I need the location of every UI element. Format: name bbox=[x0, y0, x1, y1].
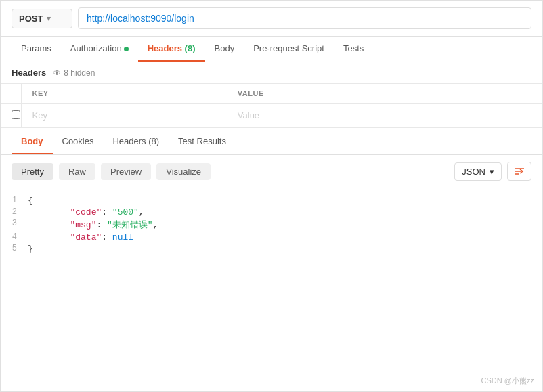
response-tabs: Body Cookies Headers (8) Test Results bbox=[1, 129, 542, 155]
format-pretty-button[interactable]: Pretty bbox=[12, 163, 53, 180]
code-line-5: 5 } bbox=[1, 243, 542, 255]
line-num-2: 2 bbox=[1, 207, 28, 217]
code-val-data: null bbox=[112, 232, 133, 242]
auth-dot-icon bbox=[124, 47, 129, 51]
value-placeholder: Value bbox=[238, 110, 259, 121]
line-num-5: 5 bbox=[1, 244, 28, 253]
tab-authorization[interactable]: Authorization bbox=[61, 37, 138, 62]
code-val-code: "500" bbox=[112, 207, 139, 217]
key-col-header: KEY bbox=[21, 84, 204, 104]
wrap-button[interactable] bbox=[507, 162, 531, 181]
format-raw-button[interactable]: Raw bbox=[59, 163, 95, 180]
code-key-code: "code" bbox=[70, 207, 102, 217]
code-key-msg: "msg" bbox=[70, 220, 96, 230]
format-visualize-button[interactable]: Visualize bbox=[156, 163, 211, 180]
response-tab-headers[interactable]: Headers (8) bbox=[103, 129, 169, 154]
tab-tests[interactable]: Tests bbox=[334, 37, 373, 62]
line-num-1: 1 bbox=[1, 196, 28, 205]
code-line-2: 2 "code": "500", bbox=[1, 206, 542, 218]
code-line-1: 1 { bbox=[1, 195, 542, 206]
format-bar: Pretty Raw Preview Visualize JSON ▾ bbox=[1, 155, 542, 188]
format-preview-button[interactable]: Preview bbox=[101, 163, 151, 180]
line-num-4: 4 bbox=[1, 232, 28, 242]
line-num-3: 3 bbox=[1, 219, 28, 228]
code-key-data: "data" bbox=[70, 232, 102, 242]
code-val-msg: "未知错误" bbox=[107, 220, 153, 230]
eye-icon: 👁 bbox=[53, 68, 61, 78]
value-cell[interactable]: Value bbox=[204, 104, 542, 128]
url-input[interactable] bbox=[78, 7, 531, 29]
method-chevron: ▾ bbox=[47, 14, 51, 23]
wrap-icon bbox=[513, 166, 525, 177]
checkbox-col bbox=[1, 84, 21, 104]
code-line-4: 4 "data": null bbox=[1, 232, 542, 243]
headers-badge: (8) bbox=[185, 43, 196, 53]
json-type-label: JSON bbox=[462, 167, 485, 177]
code-block: 1 { 2 "code": "500", 3 "msg": "未知错误", 4 … bbox=[1, 188, 542, 261]
header-checkbox[interactable] bbox=[12, 110, 20, 119]
key-cell[interactable]: Key bbox=[21, 104, 204, 128]
method-selector[interactable]: POST ▾ bbox=[12, 9, 72, 28]
watermark: CSDN @小熊zz bbox=[481, 376, 534, 386]
json-type-selector[interactable]: JSON ▾ bbox=[454, 162, 502, 181]
key-placeholder: Key bbox=[32, 110, 47, 121]
close-brace: } bbox=[28, 244, 33, 254]
headers-section-label: Headers bbox=[12, 68, 46, 78]
code-line-3: 3 "msg": "未知错误", bbox=[1, 218, 542, 232]
hidden-badge: 👁 8 hidden bbox=[53, 68, 95, 78]
tab-pre-request[interactable]: Pre-request Script bbox=[244, 37, 334, 62]
tab-params[interactable]: Params bbox=[12, 37, 61, 62]
table-row: Key Value bbox=[1, 104, 542, 128]
open-brace: { bbox=[28, 196, 33, 206]
json-chevron-icon: ▾ bbox=[490, 167, 494, 177]
tab-headers-label: Headers (8) bbox=[148, 43, 196, 53]
response-tab-cookies[interactable]: Cookies bbox=[53, 129, 104, 154]
tab-headers[interactable]: Headers (8) bbox=[138, 37, 205, 62]
tab-body[interactable]: Body bbox=[205, 37, 244, 62]
response-tab-test-results[interactable]: Test Results bbox=[169, 129, 236, 154]
value-col-header: VALUE bbox=[204, 84, 542, 104]
request-tabs: Params Authorization Headers (8) Body Pr… bbox=[1, 37, 542, 62]
response-tab-body[interactable]: Body bbox=[12, 129, 53, 154]
url-bar-section: POST ▾ bbox=[1, 1, 542, 37]
row-checkbox[interactable] bbox=[1, 104, 21, 128]
headers-table: KEY VALUE Key Value bbox=[1, 84, 542, 128]
headers-section: Headers 👁 8 hidden bbox=[1, 62, 542, 84]
hidden-count: 8 hidden bbox=[64, 68, 95, 78]
method-label: POST bbox=[19, 14, 43, 24]
